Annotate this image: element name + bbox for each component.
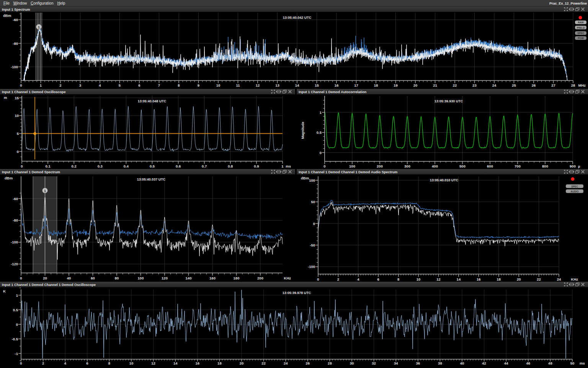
svg-text:10: 10 [216, 83, 220, 87]
svg-text:30: 30 [350, 361, 354, 365]
svg-text:700: 700 [514, 164, 521, 168]
svg-text:-100: -100 [11, 240, 18, 244]
svg-text:8: 8 [178, 83, 180, 87]
svg-text:0.2: 0.2 [72, 164, 77, 168]
svg-text:RAW: RAW [578, 21, 584, 24]
svg-text:12: 12 [151, 361, 155, 365]
svg-text:19: 19 [394, 83, 398, 87]
svg-text:Input 1 Channel 1 Demod Channe: Input 1 Channel 1 Demod Channel 1 Demod … [2, 283, 96, 287]
svg-text:-80: -80 [13, 218, 18, 222]
svg-text:11: 11 [236, 83, 240, 87]
svg-text:0.3: 0.3 [98, 164, 103, 168]
svg-text:Input 1 Channel 1 Demod Channe: Input 1 Channel 1 Demod Channel 1 Demod … [299, 170, 397, 174]
svg-text:ms: ms [580, 361, 585, 365]
svg-text:14: 14 [457, 277, 461, 281]
svg-text:16: 16 [196, 361, 200, 365]
svg-text:12: 12 [256, 83, 260, 87]
svg-text:23: 23 [472, 83, 477, 87]
svg-text:AUDIO: AUDIO [571, 190, 579, 193]
svg-text:0.5: 0.5 [150, 164, 155, 168]
svg-text:18: 18 [374, 83, 378, 87]
svg-text:dBm: dBm [5, 176, 13, 180]
svg-text:3: 3 [79, 83, 81, 87]
svg-text:13:05:40.037 UTC: 13:05:40.037 UTC [137, 177, 166, 181]
svg-text:26: 26 [532, 83, 536, 87]
svg-text:44: 44 [504, 361, 508, 365]
svg-text:Configuration: Configuration [31, 1, 54, 5]
svg-text:14: 14 [295, 83, 299, 87]
svg-text:-60: -60 [13, 18, 18, 22]
svg-text:0.5: 0.5 [13, 308, 18, 312]
svg-text:0.5: 0.5 [317, 130, 322, 135]
svg-text:16: 16 [335, 83, 339, 87]
svg-text:21: 21 [433, 83, 437, 87]
svg-text:4: 4 [99, 83, 101, 87]
svg-text:6: 6 [138, 83, 140, 87]
svg-text:10: 10 [416, 277, 421, 281]
svg-text:0: 0 [20, 276, 22, 280]
svg-text:1: 1 [44, 189, 46, 193]
svg-text:12: 12 [436, 277, 441, 281]
svg-text:13:05:40.010 UTC: 13:05:40.010 UTC [430, 178, 459, 182]
svg-text:120: 120 [162, 276, 168, 280]
svg-text:POW: POW [578, 37, 584, 39]
svg-text:0: 0 [313, 222, 315, 226]
svg-text:1: 1 [40, 83, 42, 87]
svg-text:15: 15 [15, 96, 19, 100]
svg-text:200: 200 [377, 164, 383, 168]
svg-text:27: 27 [551, 83, 555, 87]
svg-text:200: 200 [257, 276, 263, 280]
svg-text:0.9: 0.9 [254, 164, 259, 168]
svg-text:20: 20 [413, 83, 418, 87]
svg-text:26: 26 [306, 361, 310, 365]
svg-text:48: 48 [548, 361, 552, 365]
svg-text:13:05:40.042 UTC: 13:05:40.042 UTC [283, 16, 312, 20]
svg-text:6: 6 [86, 361, 88, 365]
svg-text:80: 80 [115, 276, 119, 280]
svg-text:1: 1 [38, 25, 40, 29]
svg-text:0: 0 [323, 164, 325, 168]
svg-text:-0.5: -0.5 [12, 337, 18, 341]
svg-text:Input 1 Channel 1 Demod Spectr: Input 1 Channel 1 Demod Spectrum [2, 170, 60, 174]
svg-text:2: 2 [337, 277, 339, 281]
svg-text:File: File [3, 1, 10, 5]
svg-text:KHz: KHz [284, 276, 291, 280]
svg-text:Help: Help [57, 1, 65, 5]
svg-text:160: 160 [209, 276, 216, 280]
svg-text:-60: -60 [13, 197, 18, 201]
svg-text:0.7: 0.7 [202, 164, 207, 168]
svg-text:dBm: dBm [3, 13, 11, 18]
svg-text:0: 0 [17, 150, 19, 154]
svg-text:m: m [4, 95, 7, 100]
svg-text:22: 22 [537, 277, 541, 281]
svg-text:KHz: KHz [571, 277, 578, 281]
svg-text:20: 20 [517, 277, 521, 281]
svg-text:13:05:39.930 UTC: 13:05:39.930 UTC [434, 99, 463, 103]
svg-text:8: 8 [397, 277, 399, 281]
svg-text:9: 9 [198, 83, 199, 87]
svg-text:14: 14 [173, 361, 178, 365]
svg-text:10: 10 [15, 113, 19, 118]
svg-text:0: 0 [20, 361, 22, 365]
svg-text:0.1: 0.1 [45, 164, 51, 168]
svg-text:100: 100 [349, 164, 355, 168]
svg-text:10: 10 [129, 361, 134, 365]
svg-text:400: 400 [432, 164, 438, 168]
svg-text:PRE-D: PRE-D [577, 26, 585, 29]
svg-text:2: 2 [42, 361, 44, 365]
svg-text:1: 1 [16, 293, 18, 297]
svg-text:6: 6 [377, 277, 379, 281]
svg-text:50: 50 [570, 361, 575, 365]
svg-text:dBm: dBm [301, 176, 309, 180]
svg-text:7: 7 [158, 83, 160, 87]
svg-text:600: 600 [487, 164, 493, 168]
svg-text:24: 24 [492, 83, 497, 87]
svg-text:Prac_Ex_12_Powerline: Prac_Ex_12_Powerline [549, 2, 587, 5]
svg-text:-1: -1 [15, 352, 18, 356]
svg-text:0.8: 0.8 [228, 164, 233, 168]
svg-text:8: 8 [108, 361, 110, 365]
svg-text:40: 40 [460, 361, 464, 365]
svg-text:13:05:39.978 UTC: 13:05:39.978 UTC [283, 291, 311, 295]
svg-text:4: 4 [64, 361, 67, 365]
svg-text:-80: -80 [13, 41, 18, 46]
